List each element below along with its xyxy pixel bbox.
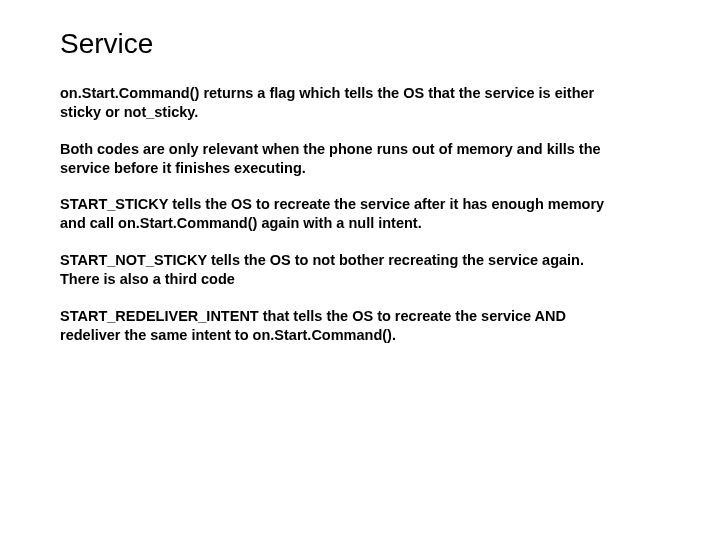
paragraph: Both codes are only relevant when the ph… [60,140,620,178]
paragraph: on.Start.Command() returns a flag which … [60,84,620,122]
paragraph: START_REDELIVER_INTENT that tells the OS… [60,307,620,345]
paragraph: START_NOT_STICKY tells the OS to not bot… [60,251,620,289]
page-title: Service [60,28,660,60]
paragraph: START_STICKY tells the OS to recreate th… [60,195,620,233]
